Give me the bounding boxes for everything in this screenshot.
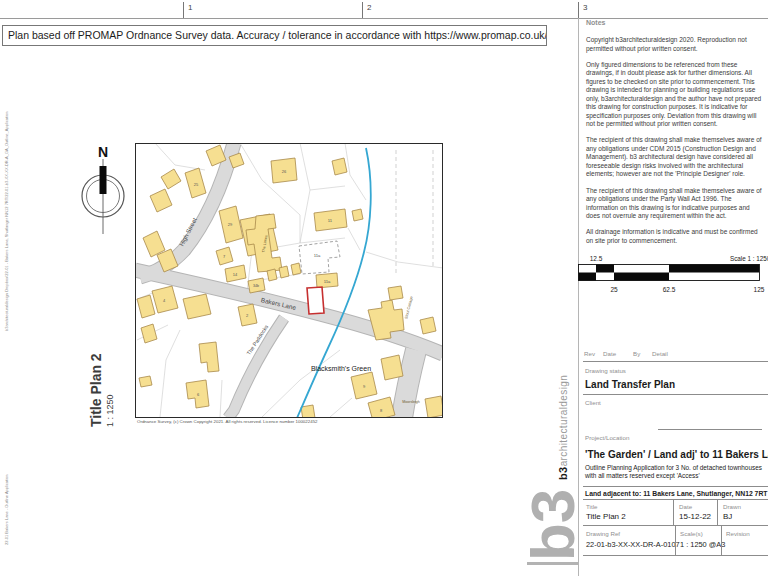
titleblock-col-divider bbox=[673, 499, 674, 525]
scales-value: 1 : 1250 @A3 bbox=[680, 540, 725, 549]
project-subtitle-1: Outline Planning Application for 3 No. o… bbox=[585, 464, 762, 471]
logo-big-glyph: b3 bbox=[528, 489, 578, 561]
scale-bar: 12.5 25 62.5 125 bbox=[578, 250, 768, 296]
title-value: Title Plan 2 bbox=[586, 512, 626, 521]
building-number-11: 11 bbox=[328, 218, 333, 223]
grid-tick-1 bbox=[183, 2, 184, 18]
land-transfer-plot-outline bbox=[307, 287, 324, 314]
map-scale-text: 1 : 1250 bbox=[105, 353, 115, 427]
drawing-status-value: Land Transfer Plan bbox=[585, 379, 675, 390]
titleblock-line bbox=[583, 499, 768, 500]
client-label: Client bbox=[585, 399, 601, 406]
building-number-14: 14 bbox=[233, 272, 238, 277]
logo-wordmark-rest: architecturaldesign bbox=[558, 375, 569, 467]
file-path-text: b3architecturaldesign Dropbox\22-01 - Ba… bbox=[4, 112, 9, 331]
rev-header-rev: Rev bbox=[584, 350, 595, 357]
land-adjacent-text: Land adjacent to: 11 Bakers Lane, Shutla… bbox=[585, 490, 767, 497]
rev-header-detail: Detail bbox=[652, 350, 668, 357]
logo-underline bbox=[527, 562, 578, 565]
notes-paragraph: Copyright b3architecturaldesign 2020. Re… bbox=[586, 36, 764, 53]
drawing-ref-value: 22-01-b3-XX-XX-DR-A-0107 bbox=[586, 540, 680, 549]
titleblock-col-divider bbox=[717, 499, 718, 525]
parcel-number-11a: 11a bbox=[314, 253, 321, 258]
building-number-29: 29 bbox=[228, 222, 233, 227]
scale-bar-value-25: 25 bbox=[610, 286, 618, 293]
date-label: Date bbox=[679, 503, 692, 510]
scale-bar-top-value: 12.5 bbox=[590, 255, 603, 262]
notes-paragraph: Only figured dimensions to be referenced… bbox=[586, 61, 764, 129]
rev-header-date: Date bbox=[603, 350, 616, 357]
titleblock-col-divider bbox=[675, 525, 676, 555]
grid-tick-2 bbox=[362, 2, 363, 18]
grid-marker-3: 3 bbox=[583, 3, 587, 12]
titleblock-line bbox=[583, 555, 768, 556]
area-label-moorsleigh: Moorsleigh bbox=[402, 400, 420, 404]
building-number-11a: 11a bbox=[324, 279, 331, 284]
building-number-34b: 34b bbox=[253, 284, 259, 288]
titleblock-col-divider bbox=[721, 525, 722, 555]
drawn-label: Drawn bbox=[723, 503, 741, 510]
rev-header-by: By bbox=[633, 350, 640, 357]
project-title: 'The Garden' / Land adj' to 11 Bakers La… bbox=[585, 449, 768, 460]
notes-title: Notes bbox=[586, 18, 764, 27]
north-label: N bbox=[98, 144, 108, 160]
notes-paragraph: The recipient of this drawing shall make… bbox=[586, 136, 764, 178]
notes-panel: Notes Copyright b3architecturaldesign 20… bbox=[586, 18, 764, 253]
building-number-26: 26 bbox=[282, 169, 287, 174]
date-value: 15-12-22 bbox=[679, 512, 711, 521]
project-subtitle-2: with all matters reserved except 'Access… bbox=[585, 472, 700, 479]
grid-marker-1: 1 bbox=[188, 3, 192, 12]
drawing-sheet: 1 2 3 Plan based off PROMAP Ordnance Sur… bbox=[0, 0, 768, 576]
grid-marker-2: 2 bbox=[367, 3, 371, 12]
scales-label: Scale(s) bbox=[680, 530, 703, 537]
drawn-value: BJ bbox=[723, 512, 732, 521]
title-label: Title bbox=[586, 503, 597, 510]
drawing-ref-label: Drawing Ref bbox=[586, 530, 620, 537]
map-title-vertical: Title Plan 2 1 : 1250 bbox=[88, 353, 115, 427]
grid-tick-3 bbox=[578, 2, 579, 18]
titleblock-line bbox=[583, 361, 768, 362]
client-signature-line bbox=[658, 429, 762, 430]
plot-info-text: 22-01 Bakers Lane - Outline Application bbox=[4, 475, 9, 546]
map-title-text: Title Plan 2 bbox=[88, 353, 104, 427]
parcel-boundaries-dashed bbox=[396, 150, 433, 276]
north-arrow: N bbox=[76, 140, 132, 240]
promap-disclaimer-banner: Plan based off PROMAP Ordnance Survey da… bbox=[2, 25, 547, 46]
logo-wordmark-bold: b3 bbox=[557, 466, 569, 480]
project-location-label: Project/Location bbox=[585, 434, 629, 441]
area-label-blacksmiths-green: Blacksmith's Green bbox=[311, 365, 371, 372]
notes-paragraph: The recipient of this drawing shall make… bbox=[586, 187, 764, 221]
revision-label: Revision bbox=[726, 530, 750, 537]
logo-wordmark: b3architecturaldesign bbox=[557, 375, 569, 480]
os-copyright-text: Ordnance Survey, (c) Crown Copyright 202… bbox=[137, 419, 318, 424]
notes-paragraph: All drainage information is indicative a… bbox=[586, 228, 764, 245]
titleblock-line bbox=[583, 394, 768, 395]
drawing-status-label: Drawing status bbox=[585, 367, 626, 374]
titleblock-line bbox=[583, 486, 768, 487]
scale-bar-value-125: 125 bbox=[754, 286, 765, 293]
scale-bar-value-62-5: 62.5 bbox=[663, 286, 676, 293]
building-number-25: 25 bbox=[194, 182, 199, 187]
site-location-map: High Street Bakers Lane The Paddocks Bla… bbox=[135, 143, 443, 418]
area-label-stout-cottage: Stout Cottage bbox=[404, 296, 414, 320]
